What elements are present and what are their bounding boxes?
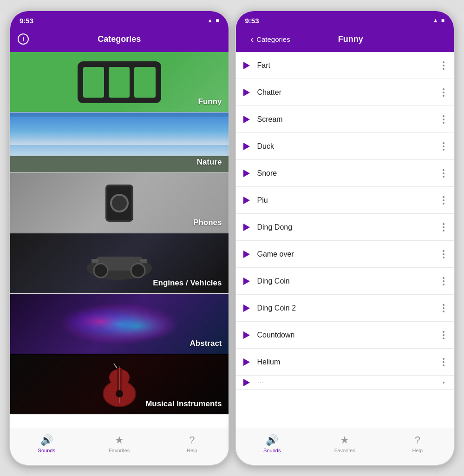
sound-name-countdown: Countdown [257,331,441,339]
tab-sounds-left[interactable]: 🔊 Sounds [10,434,83,453]
sound-list: Fart Chatter Scream [236,52,454,428]
tab-favorites-left[interactable]: ★ Favorites [83,434,156,453]
category-phones[interactable]: Phones [10,173,229,233]
right-tab-bar: 🔊 Sounds ★ Favorites ? Help [236,428,454,465]
sound-name-chatter: Chatter [257,88,441,97]
sound-item-duck[interactable]: Duck [236,133,454,160]
sound-item-gameover[interactable]: Game over [236,241,454,268]
play-piu-button[interactable] [243,197,250,204]
svg-rect-4 [91,259,98,263]
more-piu-button[interactable] [441,194,446,206]
category-abstract[interactable]: Abstract [10,294,229,354]
play-scream-button[interactable] [243,116,250,123]
funny-shape [78,61,161,103]
sound-item-partial[interactable]: ··· [236,376,454,390]
more-snore-button[interactable] [441,167,446,179]
right-nav-title: Funny [338,34,363,44]
play-fart-button[interactable] [243,62,250,69]
play-dingdong-button[interactable] [243,224,250,231]
more-partial-button[interactable] [441,380,446,385]
category-engines[interactable]: Engines / Vehicles [10,233,229,294]
category-musical[interactable]: Musical Instruments [10,354,229,415]
more-fart-button[interactable] [441,60,446,72]
play-partial-button[interactable] [243,379,250,386]
svg-line-15 [114,364,117,368]
more-duck-button[interactable] [441,140,446,152]
wifi-icon-right: ▲ [433,17,438,24]
nature-bg [10,112,229,172]
category-nature[interactable]: Nature [10,112,229,173]
more-dingcoin-button[interactable] [441,275,446,287]
sound-item-fart[interactable]: Fart [236,52,454,79]
phones-label: Phones [193,218,222,227]
sound-item-snore[interactable]: Snore [236,160,454,187]
sound-item-dingdong[interactable]: Ding Dong [236,214,454,241]
tab-help-right[interactable]: ? Help [381,434,454,453]
play-chatter-button[interactable] [243,89,250,96]
sound-item-dingcoin[interactable]: Ding Coin [236,268,454,295]
sound-item-scream[interactable]: Scream [236,106,454,133]
sound-item-piu[interactable]: Piu [236,187,454,214]
sound-item-chatter[interactable]: Chatter [236,79,454,106]
battery-icon-right: ■ [441,17,444,24]
guitar-svg [91,359,147,410]
tab-sounds-right[interactable]: 🔊 Sounds [236,434,309,453]
play-dingcoin-button[interactable] [243,278,250,285]
tab-help-left[interactable]: ? Help [156,434,229,453]
back-chevron-icon: ‹ [251,34,254,45]
play-countdown-button[interactable] [243,331,250,339]
help-label: Help [187,448,197,453]
sounds-icon-right: 🔊 [266,434,278,446]
sound-name-dingcoin2: Ding Coin 2 [257,304,441,312]
sound-name-partial: ··· [257,378,441,387]
help-icon: ? [189,434,195,446]
battery-icon: ■ [216,17,219,24]
play-duck-button[interactable] [243,143,250,150]
funny-label: Funny [198,97,222,106]
right-time: 9:53 [245,17,259,25]
more-helium-button[interactable] [441,356,446,368]
play-snore-button[interactable] [243,170,250,177]
more-chatter-button[interactable] [441,86,446,99]
play-dingcoin2-button[interactable] [243,304,250,312]
category-funny[interactable]: Funny [10,52,229,112]
sound-item-countdown[interactable]: Countdown [236,322,454,349]
sound-name-helium: Helium [257,358,441,366]
left-time: 9:53 [20,17,33,25]
tab-favorites-right[interactable]: ★ Favorites [308,434,381,453]
sound-item-helium[interactable]: Helium [236,349,454,376]
svg-rect-5 [140,259,147,263]
play-helium-button[interactable] [243,358,250,366]
sound-name-piu: Piu [257,196,441,205]
abstract-label: Abstract [190,339,222,348]
sound-item-dingcoin2[interactable]: Ding Coin 2 [236,295,454,322]
more-scream-button[interactable] [441,113,446,126]
sound-name-scream: Scream [257,115,441,124]
svg-point-8 [101,312,175,340]
nature-label: Nature [197,158,222,167]
back-label: Categories [256,35,290,43]
sounds-label-right: Sounds [263,448,281,453]
left-phone: 9:53 ▲ ■ i Categories Funny [9,10,229,466]
engine-svg [82,243,157,284]
left-nav-title: Categories [98,34,141,44]
more-gameover-button[interactable] [441,248,446,260]
right-status-bar: 9:53 ▲ ■ [236,11,454,28]
info-button[interactable]: i [18,33,29,45]
sound-name-dingcoin: Ding Coin [257,277,441,285]
right-nav-content: ‹ Categories Funny [243,34,447,45]
left-tab-bar: 🔊 Sounds ★ Favorites ? Help [10,428,229,465]
play-gameover-button[interactable] [243,251,250,258]
more-countdown-button[interactable] [441,329,446,341]
more-dingcoin2-button[interactable] [441,302,446,314]
engines-label: Engines / Vehicles [153,278,222,288]
funny-bg [10,52,229,112]
svg-point-2 [94,264,108,278]
left-status-bar: 9:53 ▲ ■ [10,11,229,28]
sound-name-snore: Snore [257,169,441,178]
more-dingdong-button[interactable] [441,221,446,233]
right-phone: 9:53 ▲ ■ ‹ Categories Funny Fart [235,10,455,466]
back-button[interactable]: ‹ Categories [251,34,290,45]
right-status-icons: ▲ ■ [433,17,444,24]
left-status-icons: ▲ ■ [207,17,219,24]
